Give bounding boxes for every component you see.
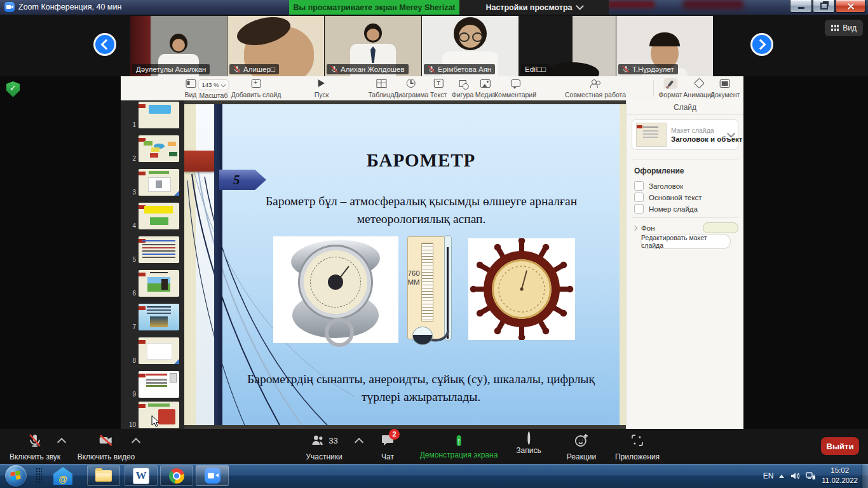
- toolbar-label: Текст: [430, 91, 447, 98]
- body-line: Барометр бұл – атмосфералық қысымды өлше…: [266, 194, 577, 208]
- slide-thumbnail-6[interactable]: 6: [139, 270, 179, 297]
- taskbar-clock[interactable]: 15:02 11.02.2022: [822, 466, 858, 485]
- leave-meeting-button[interactable]: Выйти: [821, 437, 859, 455]
- collaboration-icon: [590, 79, 600, 87]
- toolbar-document-tab[interactable]: Документ: [710, 78, 740, 98]
- toolbar-view[interactable]: Вид: [185, 78, 197, 98]
- start-button[interactable]: [5, 465, 27, 487]
- share-screen-button[interactable]: ↑ Демонстрация экрана: [420, 433, 498, 459]
- slide-thumbnail-8[interactable]: 8: [139, 337, 179, 364]
- background-color-swatch[interactable]: [703, 222, 738, 233]
- taskbar-mail-agent-icon[interactable]: @: [53, 467, 72, 485]
- chevron-left-icon: [101, 39, 112, 50]
- toolbar-table[interactable]: Таблица: [368, 78, 394, 98]
- participant-video-tile[interactable]: Алишер□: [227, 16, 324, 76]
- checkbox-slide-number[interactable]: Номер слайда: [634, 204, 698, 214]
- speaker-icon[interactable]: [790, 471, 800, 481]
- participant-video-tile[interactable]: Алихан Жолдошев: [325, 16, 421, 76]
- view-button-label: Вид: [843, 24, 857, 32]
- toolbar-label: Добавить слайд: [231, 91, 281, 98]
- minimize-button[interactable]: [790, 0, 812, 13]
- chat-button[interactable]: 2 Чат: [380, 433, 395, 461]
- participants-options-chevron[interactable]: [355, 438, 363, 447]
- participant-video-tile[interactable]: Дәулетұлы Асылжан: [130, 16, 227, 76]
- unmute-button[interactable]: Включить звук: [10, 433, 60, 461]
- checkbox-title[interactable]: Заголовок: [634, 181, 683, 191]
- checkbox-icon[interactable]: [634, 181, 644, 191]
- start-video-button[interactable]: Включить видео: [78, 433, 135, 461]
- slide-thumbnail-4[interactable]: 4: [139, 203, 179, 229]
- toolbar-label: Документ: [710, 91, 740, 98]
- previous-participants-button[interactable]: [93, 33, 116, 56]
- checkbox-body-text[interactable]: Основной текст: [634, 193, 702, 202]
- panel-divider: [632, 159, 738, 159]
- show-desktop-button[interactable]: [862, 464, 868, 488]
- taskbar-word-button[interactable]: W: [125, 465, 158, 486]
- zoom-level-dropdown[interactable]: 143 %: [198, 79, 229, 90]
- taskbar-chrome-button[interactable]: [160, 465, 193, 486]
- slide-thumbnail-3[interactable]: 3: [139, 169, 179, 196]
- taskbar-zoom-button[interactable]: [196, 465, 229, 486]
- slide-thumbnail-9[interactable]: 9: [139, 371, 179, 398]
- maximize-button[interactable]: [813, 0, 835, 13]
- toolbar-play[interactable]: Пуск: [315, 78, 329, 98]
- view-settings-dropdown[interactable]: Настройки просмотра: [459, 0, 609, 15]
- reactions-button[interactable]: Реакции: [567, 433, 596, 461]
- mercury-column: [447, 247, 449, 339]
- toolbar-label: Совместная работа: [565, 91, 626, 98]
- toolbar-comment[interactable]: Комментарий: [494, 78, 536, 98]
- checkbox-label: Основной текст: [649, 194, 702, 201]
- aneroid-barometer-image: [273, 236, 398, 343]
- toolbar-shape[interactable]: Фигура: [452, 78, 474, 98]
- slide-maroon-block: [184, 151, 214, 172]
- slide-thumbnail-2[interactable]: 2: [139, 135, 179, 162]
- restore-icon: [820, 3, 828, 10]
- slide-thumbnail-7[interactable]: 7: [139, 304, 179, 330]
- checkbox-icon[interactable]: [634, 204, 644, 214]
- toolbar-format-tab[interactable]: Формат: [658, 78, 682, 98]
- network-icon[interactable]: [806, 471, 816, 481]
- view-button[interactable]: Вид: [825, 20, 863, 36]
- slide-preview: [139, 304, 179, 330]
- record-button[interactable]: Запись: [516, 433, 541, 455]
- control-label: Чат: [380, 452, 395, 461]
- toolbar-zoom[interactable]: 143 % Масштаб: [198, 78, 229, 99]
- slide-layout-selector[interactable]: Макет слайда Заголовок и объект: [632, 119, 738, 150]
- taskbar-explorer-button[interactable]: [87, 465, 120, 486]
- toolbar-text[interactable]: T Текст: [430, 78, 447, 98]
- format-side-panel: Слайд Макет слайда Заголовок и объект Оф…: [626, 100, 743, 429]
- participant-nametag: Т.Нұрдәулет: [618, 64, 678, 74]
- person-hair: [545, 62, 599, 76]
- next-participants-button[interactable]: [750, 33, 773, 56]
- person-hair: [649, 32, 680, 46]
- apps-button[interactable]: Приложения: [615, 433, 660, 461]
- control-label: Включить звук: [10, 452, 60, 461]
- control-label: Включить видео: [78, 452, 135, 461]
- checkbox-icon[interactable]: [634, 193, 644, 202]
- animation-icon: [694, 78, 705, 89]
- slide-thumbnail-5[interactable]: 5: [139, 236, 179, 263]
- participant-video-tile[interactable]: Edil□□: [519, 16, 616, 76]
- hidden-icons-chevron[interactable]: [779, 475, 784, 478]
- background-row[interactable]: Фон: [633, 222, 738, 233]
- toolbar-add-slide[interactable]: Добавить слайд: [231, 78, 281, 98]
- checkbox-label: Заголовок: [649, 182, 683, 190]
- participant-nametag: Edil□□: [521, 64, 550, 74]
- slide-preview: [139, 270, 179, 297]
- chevron-right-icon: [756, 39, 766, 50]
- close-button[interactable]: [836, 0, 865, 13]
- participant-video-tile[interactable]: Т.Нұрдәулет: [616, 16, 713, 76]
- view-settings-label: Настройки просмотра: [485, 3, 572, 12]
- participants-button[interactable]: 33 Участники: [306, 433, 342, 461]
- toolbar-label: Комментарий: [494, 91, 536, 98]
- layout-value: Заголовок и объект: [671, 135, 724, 143]
- control-label: Демонстрация экрана: [420, 451, 498, 459]
- edit-layout-button[interactable]: Редактировать макет слайда: [641, 234, 731, 249]
- toolbar-collaboration[interactable]: Совместная работа: [565, 78, 626, 98]
- slide-thumbnail-1[interactable]: 1: [139, 102, 179, 128]
- toolbar-media[interactable]: Медиа: [475, 78, 496, 98]
- language-indicator[interactable]: EN: [763, 471, 774, 480]
- participant-video-tile[interactable]: Ерімбетова Аян: [422, 16, 519, 76]
- slide-number: 2: [125, 155, 136, 162]
- toolbar-chart[interactable]: Диаграмма: [394, 78, 429, 98]
